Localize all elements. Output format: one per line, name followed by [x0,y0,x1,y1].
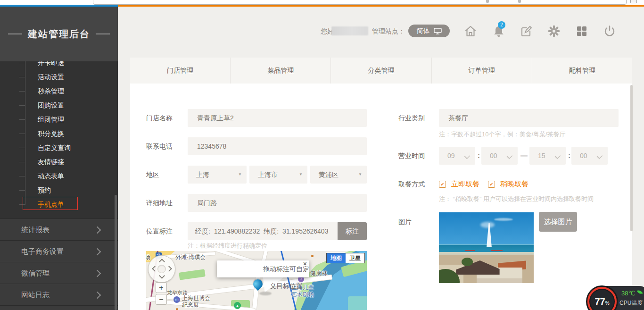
map-label-chang: 场 [146,253,150,261]
sidebar-section-wechat[interactable]: 微信管理 [0,262,118,284]
address-label: 详细地址 [146,199,173,207]
brand-dash-right [96,34,110,34]
pan-right-icon[interactable] [166,266,172,272]
pan-knob[interactable] [157,265,166,273]
caret-down-icon: ▼ [299,166,303,184]
sidebar-item-dynamic-form[interactable]: 动态表单 [38,171,64,181]
store-name-label: 门店名称 [146,114,173,122]
cpu-percent-unit: % [605,301,610,306]
close-hour-select[interactable]: 15 [529,147,566,165]
pickup-note: 注： “稍晚取餐” 用户可以选择在营业时间内选择取餐时间 [439,195,594,203]
satellite-mode-button[interactable]: 卫星 [346,253,364,263]
browser-icon-stub [518,0,521,3]
industry-input[interactable]: 茶餐厅 [439,109,619,127]
phone-label: 联系电话 [146,142,173,151]
pan-up-icon[interactable] [159,259,165,265]
language-switch-button[interactable]: 简体 [408,25,450,37]
hours-label: 营业时间 [398,151,425,160]
sidebar-item-groupbuy[interactable]: 团购设置 [38,101,64,110]
checkbox-check-icon: ✔ [489,182,493,187]
open-minute-select[interactable]: 00 [481,147,518,165]
settings-button[interactable] [547,25,561,38]
sidebar-section-ecommerce[interactable]: 电子商务设置 [0,240,118,262]
pan-left-icon[interactable] [152,266,158,272]
store-name-input[interactable]: 青青原上草2 [188,109,367,127]
map-type-toggle[interactable]: 地图 卫星 [326,253,365,263]
tab-category-manage[interactable]: 分类管理 [331,58,431,84]
apps-button[interactable] [575,25,588,38]
pickup-later-checkbox[interactable]: ✔ [488,181,495,188]
tab-dish-manage[interactable]: 菜品管理 [231,58,331,84]
module-tabs: 门店管理 菜品管理 分类管理 订单管理 配料管理 [130,58,632,84]
region-label: 地区 [146,170,159,179]
accent-bar-orange [118,5,644,7]
map-pan-control[interactable] [148,255,175,283]
menu-tree-line [25,59,25,205]
logout-button[interactable] [603,25,616,38]
username-redacted [331,26,368,35]
location-label: 位置标注 [146,227,173,235]
annotation-red-box [23,197,78,210]
phone-input[interactable]: 12345678 [188,137,367,155]
map-zoom-out-button[interactable]: − [156,294,167,305]
map-mode-button[interactable]: 地图 [327,253,346,263]
chevron-down-icon [597,153,603,159]
map-label-expo-2: 纪念展 [182,301,199,309]
hours-dash: — [520,147,528,165]
open-hour-select[interactable]: 09 [439,147,475,165]
chevron-down-icon [507,153,513,159]
brand-dash-left [8,34,22,34]
pickup-now-checkbox[interactable]: ✔ [439,181,446,188]
tab-ingredient-manage[interactable]: 配料管理 [532,58,632,84]
sidebar-item-group-manage[interactable]: 组团管理 [38,115,64,124]
grid-icon [575,25,588,38]
sidebar-item-booking[interactable]: 预约 [38,185,51,195]
sidebar-section-reports[interactable]: 统计报表 [0,218,118,241]
chevron-right-icon [94,248,101,255]
address-input[interactable]: 局门路 [188,194,367,212]
edit-icon [520,25,533,38]
chevron-down-icon [464,153,471,159]
tab-store-manage[interactable]: 门店管理 [130,58,231,84]
sidebar-item-custom-query[interactable]: 自定义查询 [38,143,71,152]
browser-address-bar-fragment [93,0,627,5]
choose-image-button[interactable]: 选择图片 [539,212,577,232]
infowindow-close-icon[interactable]: × [303,260,307,267]
sidebar-item-links[interactable]: 友情链接 [38,157,64,167]
tab-order-manage[interactable]: 订单管理 [432,58,532,84]
chevron-down-icon [555,153,561,159]
sidebar-section-partial [0,305,118,310]
map-label-park: 健康林 [310,269,327,277]
city-select[interactable]: 上海市 ▼ [249,166,307,184]
content-scrollbar[interactable] [630,85,633,231]
sidebar-item-points[interactable]: 积分兑换 [38,129,64,138]
sidebar-scrollbar[interactable] [115,195,117,310]
close-minute-select[interactable]: 00 [571,147,608,165]
map-label-bund: 外滩·湾璞会 [175,253,206,261]
chevron-right-icon [94,226,101,234]
power-icon [603,25,616,38]
location-input[interactable]: 经度: 121.490882232 纬度: 31.1952626403 [188,222,338,240]
pickup-later-label[interactable]: 稍晚取餐 [500,180,528,188]
sidebar-item-activity[interactable]: 活动设置 [38,72,64,82]
province-select[interactable]: 上海 ▼ [188,166,247,184]
gear-icon [547,25,561,38]
chevron-right-icon [94,291,101,299]
pan-down-icon[interactable] [159,273,165,279]
manage-site-label: 管理站点： [372,27,405,36]
district-select[interactable]: 黄浦区 ▼ [310,166,367,184]
map-poi-dot [311,255,314,257]
pickup-label: 取餐方式 [398,180,425,188]
pickup-now-label[interactable]: 立即取餐 [451,180,479,188]
image-label: 图片 [398,218,412,226]
sidebar-section-logs[interactable]: 网站日志 [0,284,118,306]
map-zoom-in-button[interactable]: + [156,282,167,293]
browser-corner-fragment [630,0,637,3]
baidu-map[interactable]: 场 外滩·湾璞会 龙华东路 上海世博会 纪念展 健康林 上海儿童 艺术剧场 m … [146,251,367,310]
sidebar-item-seckill[interactable]: 秒杀管理 [38,86,64,96]
edit-button[interactable] [520,25,533,38]
location-note: 注：根据经纬度进行精确定位 [188,242,267,250]
home-button[interactable] [464,25,477,38]
mark-location-button[interactable]: 标注 [338,222,367,240]
lng-value: 121.490882232 [214,222,260,240]
